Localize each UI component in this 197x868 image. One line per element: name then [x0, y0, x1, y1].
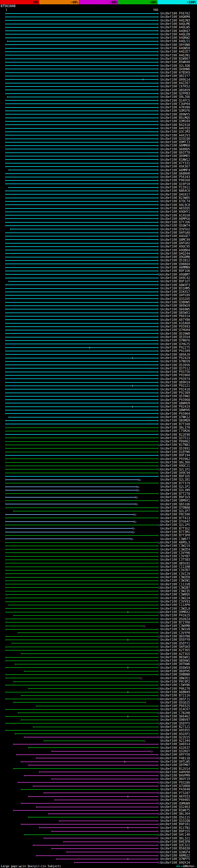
hit-row[interactable]: UniRef100_Q68RH0 — [0, 172, 197, 175]
hit-row[interactable]: ▷UniRef100_Q7G647 — [0, 520, 197, 523]
hit-accession[interactable]: UniRef100_C3W224 — [160, 596, 190, 600]
hit-row[interactable]: UniRef100_C3VYH6 — [0, 551, 197, 555]
hit-row[interactable]: UniRef100_B7T379 — [0, 482, 197, 485]
hit-row[interactable]: UniRef100_A6MMF4 — [0, 168, 197, 172]
hit-row[interactable]: UniRef100_Q37512 — [0, 367, 197, 370]
hit-row[interactable]: UniRef100_Q89H19 — [0, 380, 197, 384]
hit-accession[interactable]: UniRef100_A95955 — [160, 728, 190, 732]
hit-accession[interactable]: UniRef100_B9F1U7 — [160, 280, 190, 283]
hit-accession[interactable]: UniRef100_P93964 — [160, 412, 190, 415]
hit-accession[interactable]: UniRef100_P13911 — [160, 186, 190, 189]
hit-accession[interactable]: UniRef100_C3VYP0 — [160, 631, 190, 634]
hit-accession[interactable]: UniRef100_A7Y331 — [160, 161, 190, 165]
hit-row[interactable]: UniRef100_Q6QFH5 — [0, 670, 197, 673]
hit-accession[interactable]: UniRef100_Q539V6 — [160, 363, 190, 367]
hit-accession[interactable]: UniRef100_Q3M1F6 — [160, 109, 190, 113]
hit-row[interactable]: ▷UniRef100_Q651Q6 — [0, 502, 197, 506]
hit-accession[interactable]: UniRef100_P92418 — [160, 388, 190, 391]
hit-row[interactable]: UniRef100_B5LMQ5 — [0, 116, 197, 120]
hit-row[interactable]: UniRef100_P13911 — [0, 186, 197, 189]
hit-accession[interactable]: UniRef100_P92221 — [160, 384, 190, 388]
hit-accession[interactable]: UniRef100_Q651Q6 — [160, 502, 190, 506]
hit-accession[interactable]: UniRef100_Q5EFY0 — [160, 638, 190, 641]
hit-row[interactable]: UniRef100_B1NW12 — [0, 158, 197, 161]
hit-row[interactable]: ▷UniRef100_Q22U15 — [0, 736, 197, 739]
hit-row[interactable]: UniRef100_Q6L366 — [0, 461, 197, 464]
hit-accession[interactable]: UniRef100_A6MMN9 — [160, 266, 190, 269]
hit-row[interactable]: UniRef100_B71TR0 — [0, 621, 197, 624]
hit-accession[interactable]: UniRef100_Q46914 — [160, 742, 190, 746]
hit-row[interactable]: ▷UniRef100_Q2L1P2 — [0, 468, 197, 471]
hit-accession[interactable]: UniRef100_Q539W2 — [160, 395, 190, 398]
hit-row[interactable]: UniRef100_B72116 — [0, 694, 197, 697]
hit-row[interactable]: UniRef100_A4QL51 — [0, 39, 197, 43]
hit-row[interactable]: UniRef100_C3W235 — [0, 589, 197, 593]
hit-row[interactable]: UniRef100_Q332U5 — [0, 297, 197, 301]
hit-row[interactable]: UniRef100_C3VYP0 — [0, 631, 197, 634]
hit-accession[interactable]: UniRef100_Q51B12 — [160, 259, 190, 262]
hit-accession[interactable]: UniRef100_Q32KU7 — [160, 749, 190, 753]
hit-accession[interactable]: UniRef100_C3VV93 — [160, 600, 190, 603]
hit-accession[interactable]: UniRef100_Q9TLW5 — [160, 760, 190, 763]
hit-accession[interactable]: UniRef100_B9P155 — [160, 830, 190, 833]
hit-row[interactable]: UniRef100_Q7N6F6 — [0, 339, 197, 342]
hit-accession[interactable]: UniRef100_Q8WHV6 — [160, 408, 190, 412]
hit-accession[interactable]: UniRef100_A4QLD8 — [160, 33, 190, 36]
hit-accession[interactable]: UniRef100_Q4G917 — [160, 193, 190, 196]
hit-accession[interactable]: UniRef100_C3W2B7 — [160, 586, 190, 589]
hit-accession[interactable]: UniRef100_A6M022 — [160, 854, 190, 857]
hit-row[interactable]: ▷UniRef100_Q2WGF4 — [0, 850, 197, 854]
hit-row[interactable]: ▷UniRef100_Q85FJ1 — [0, 698, 197, 701]
hit-row[interactable]: UniRef100_Q5EFY0 — [0, 638, 197, 641]
hit-row[interactable]: UniRef100_Q8WHU9 — [0, 402, 197, 405]
hit-accession[interactable]: UniRef100_A9QBM7 — [160, 273, 190, 276]
hit-row[interactable]: UniRef100_A4QW50 — [0, 46, 197, 50]
hit-accession[interactable]: UniRef100_Q68RH0 — [160, 172, 190, 175]
hit-row[interactable]: UniRef100_Q8M9X1 — [0, 499, 197, 502]
hit-accession[interactable]: UniRef100_A6MSL3 — [160, 541, 190, 544]
hit-accession[interactable]: UniRef100_C3VZR7 — [160, 568, 190, 572]
hit-accession[interactable]: UniRef100_Q9LZ66 — [160, 95, 190, 98]
hit-row[interactable]: UniRef100_P0C9P2 — [0, 680, 197, 683]
hit-accession[interactable]: UniRef100_C3W0Q5 — [160, 593, 190, 596]
hit-accession[interactable]: UniRef100_P92429 — [160, 356, 190, 360]
hit-accession[interactable]: UniRef100_Q85FJ1 — [160, 698, 190, 701]
hit-accession[interactable]: UniRef100_P96560 — [160, 179, 190, 182]
hit-accession[interactable]: UniRef100_Q5EFY1 — [160, 642, 190, 645]
hit-row[interactable]: UniRef100_P93962 — [0, 457, 197, 461]
hit-accession[interactable]: UniRef100_B65WX1 — [160, 655, 190, 659]
hit-accession[interactable]: UniRef100_P93962 — [160, 457, 190, 461]
hit-row[interactable]: UniRef100_Q535V4 — [0, 335, 197, 339]
hit-row[interactable]: UniRef100_C3VYB7 — [0, 555, 197, 558]
hit-accession[interactable]: UniRef100_P56762 — [160, 12, 190, 15]
hit-row[interactable]: UniRef100_Q53991 — [0, 447, 197, 450]
hit-row[interactable]: UniRef100_A4QKQ7 — [0, 29, 197, 33]
hit-accession[interactable]: UniRef100_A9QC95 — [160, 245, 190, 248]
hit-accession[interactable]: UniRef100_Q9BBN0 — [160, 673, 190, 676]
hit-row[interactable]: ▷UniRef100_Q5EFF5 — [0, 722, 197, 725]
hit-row[interactable]: UniRef100_P93968 — [0, 398, 197, 402]
hit-accession[interactable]: UniRef100_Q19FS9 — [160, 182, 190, 186]
hit-accession[interactable]: UniRef100_Q7NEU9 — [160, 360, 190, 363]
hit-row[interactable]: UniRef100_Q539W0 — [0, 332, 197, 335]
hit-row[interactable]: UniRef100_Q66462 — [0, 715, 197, 718]
hit-row[interactable]: UniRef100_Q33CQ0 — [0, 137, 197, 141]
hit-row[interactable]: UniRef100_Q8MC99 — [0, 238, 197, 241]
hit-accession[interactable]: UniRef100_A07YB0 — [160, 318, 190, 321]
hit-row[interactable]: UniRef100_A9QBD4 — [0, 248, 197, 252]
hit-accession[interactable]: UniRef100_C3WZL0 — [160, 607, 190, 610]
hit-accession[interactable]: UniRef100_B4VPM9 — [160, 774, 190, 777]
hit-row[interactable]: UniRef100_Q2L3Q8 — [0, 64, 197, 67]
hit-row[interactable]: UniRef100_A6MPG6 — [0, 217, 197, 220]
hit-row[interactable]: UniRef100_Q85KW1 — [0, 659, 197, 662]
hit-row[interactable]: UniRef100_Q5GD25 — [0, 701, 197, 704]
hit-accession[interactable]: UniRef100_P92419 — [160, 405, 190, 408]
hit-row[interactable]: UniRef100_B9F1U7 — [0, 280, 197, 283]
hit-accession[interactable]: UniRef100_Q6L321 — [160, 837, 190, 840]
hit-row[interactable]: UniRef100_Q8WHV6 — [0, 408, 197, 412]
hit-accession[interactable]: UniRef100_A4QLW5 — [160, 26, 190, 29]
hit-accession[interactable]: UniRef100_Q6UY19 — [160, 777, 190, 780]
hit-row[interactable]: UniRef100_P96560 — [0, 179, 197, 182]
hit-accession[interactable]: UniRef100_P41625 — [160, 614, 190, 617]
hit-accession[interactable]: UniRef100_A4GGE7 — [160, 234, 190, 238]
